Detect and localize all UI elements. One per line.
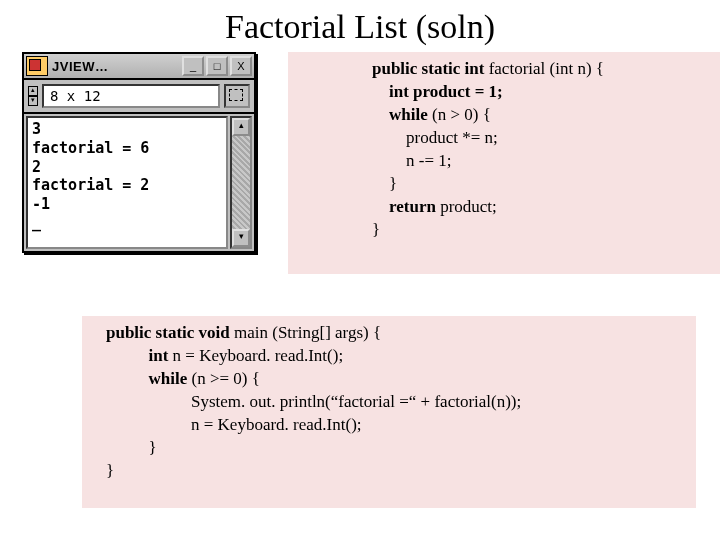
font-toolbar: ▴ ▾ 8 x 12	[24, 80, 254, 114]
code-factorial: public static int factorial (int n) { in…	[288, 52, 720, 274]
console-output: 3 factorial = 6 2 factorial = 2 -1 _	[26, 116, 228, 249]
slide-content: JVIEW… _ □ X ▴ ▾ 8 x 12 3 factorial = 6 …	[0, 52, 720, 532]
selection-tool-icon[interactable]	[224, 84, 250, 108]
titlebar: JVIEW… _ □ X	[24, 54, 254, 80]
slide-title: Factorial List (soln)	[0, 8, 720, 46]
system-menu-icon[interactable]	[26, 56, 48, 76]
window-title: JVIEW…	[52, 59, 180, 74]
font-size-display: 8 x 12	[42, 84, 220, 108]
close-button[interactable]: X	[230, 56, 252, 76]
jview-window: JVIEW… _ □ X ▴ ▾ 8 x 12 3 factorial = 6 …	[22, 52, 256, 253]
scroll-down-icon[interactable]: ▾	[232, 229, 250, 247]
minimize-button[interactable]: _	[182, 56, 204, 76]
console-wrap: 3 factorial = 6 2 factorial = 2 -1 _ ▴ ▾	[24, 114, 254, 251]
font-size-spinner[interactable]: ▴ ▾	[28, 86, 38, 106]
spin-up-icon[interactable]: ▴	[28, 86, 38, 96]
scroll-up-icon[interactable]: ▴	[232, 118, 250, 136]
vertical-scrollbar[interactable]: ▴ ▾	[230, 116, 252, 249]
maximize-button[interactable]: □	[206, 56, 228, 76]
spin-down-icon[interactable]: ▾	[28, 96, 38, 106]
code-main: public static void main (String[] args) …	[82, 316, 696, 508]
